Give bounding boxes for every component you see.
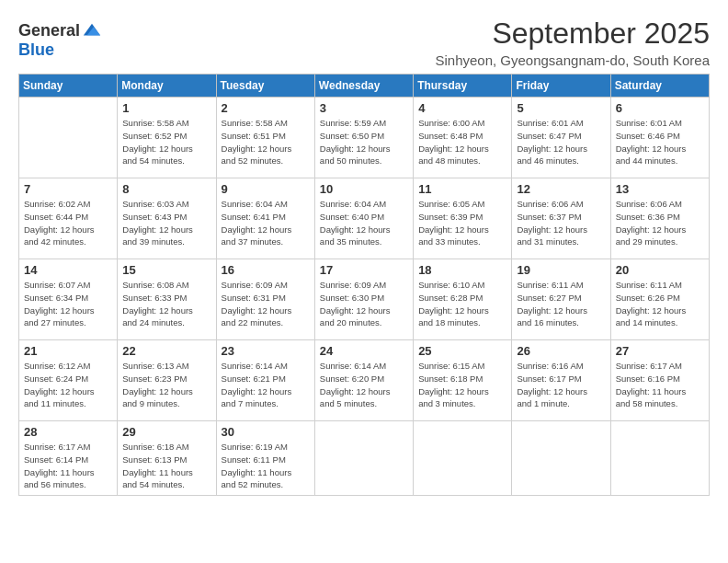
- table-row: 8Sunrise: 6:03 AM Sunset: 6:43 PM Daylig…: [118, 178, 216, 259]
- day-info: Sunrise: 6:06 AM Sunset: 6:36 PM Dayligh…: [616, 198, 704, 248]
- day-info: Sunrise: 6:14 AM Sunset: 6:20 PM Dayligh…: [320, 360, 408, 410]
- day-number: 26: [517, 344, 605, 358]
- header: General Blue September 2025 Sinhyeon, Gy…: [18, 17, 710, 68]
- day-info: Sunrise: 5:59 AM Sunset: 6:50 PM Dayligh…: [320, 117, 408, 167]
- table-row: 5Sunrise: 6:01 AM Sunset: 6:47 PM Daylig…: [512, 98, 610, 178]
- col-wednesday: Wednesday: [314, 75, 413, 98]
- table-row: 26Sunrise: 6:16 AM Sunset: 6:17 PM Dayli…: [512, 340, 610, 421]
- logo-icon: [82, 20, 102, 40]
- calendar-table: Sunday Monday Tuesday Wednesday Thursday…: [18, 74, 710, 496]
- day-info: Sunrise: 6:09 AM Sunset: 6:30 PM Dayligh…: [320, 279, 408, 329]
- table-row: 3Sunrise: 5:59 AM Sunset: 6:50 PM Daylig…: [314, 98, 413, 178]
- table-row: 19Sunrise: 6:11 AM Sunset: 6:27 PM Dayli…: [512, 259, 610, 340]
- day-number: 2: [222, 101, 310, 115]
- table-row: 29Sunrise: 6:18 AM Sunset: 6:13 PM Dayli…: [118, 421, 216, 496]
- table-row: [610, 421, 709, 496]
- day-info: Sunrise: 6:15 AM Sunset: 6:18 PM Dayligh…: [418, 360, 506, 410]
- logo-blue-text: Blue: [18, 40, 54, 60]
- col-monday: Monday: [118, 75, 216, 98]
- day-info: Sunrise: 6:19 AM Sunset: 6:11 PM Dayligh…: [222, 441, 310, 491]
- table-row: 6Sunrise: 6:01 AM Sunset: 6:46 PM Daylig…: [610, 98, 709, 178]
- day-number: 24: [320, 344, 408, 358]
- col-tuesday: Tuesday: [216, 75, 314, 98]
- day-number: 3: [320, 101, 408, 115]
- day-number: 5: [517, 101, 605, 115]
- day-number: 14: [24, 263, 112, 277]
- day-info: Sunrise: 6:02 AM Sunset: 6:44 PM Dayligh…: [24, 198, 112, 248]
- table-row: 27Sunrise: 6:17 AM Sunset: 6:16 PM Dayli…: [610, 340, 709, 421]
- day-number: 12: [517, 182, 605, 196]
- location-title: Sinhyeon, Gyeongsangnam-do, South Korea: [435, 52, 710, 68]
- day-info: Sunrise: 6:00 AM Sunset: 6:48 PM Dayligh…: [418, 117, 506, 167]
- day-info: Sunrise: 6:11 AM Sunset: 6:27 PM Dayligh…: [517, 279, 605, 329]
- day-number: 15: [122, 263, 210, 277]
- day-number: 13: [616, 182, 704, 196]
- day-number: 16: [222, 263, 310, 277]
- table-row: 24Sunrise: 6:14 AM Sunset: 6:20 PM Dayli…: [314, 340, 413, 421]
- logo-general-text: General: [18, 21, 80, 40]
- day-number: 8: [122, 182, 210, 196]
- col-saturday: Saturday: [610, 75, 709, 98]
- day-number: 25: [418, 344, 506, 358]
- table-row: 11Sunrise: 6:05 AM Sunset: 6:39 PM Dayli…: [414, 178, 512, 259]
- day-number: 21: [24, 344, 112, 358]
- day-number: 7: [24, 182, 112, 196]
- table-row: 12Sunrise: 6:06 AM Sunset: 6:37 PM Dayli…: [512, 178, 610, 259]
- day-info: Sunrise: 6:12 AM Sunset: 6:24 PM Dayligh…: [24, 360, 112, 410]
- table-row: 21Sunrise: 6:12 AM Sunset: 6:24 PM Dayli…: [19, 340, 118, 421]
- day-number: 30: [222, 425, 310, 439]
- day-number: 29: [122, 425, 210, 439]
- table-row: 4Sunrise: 6:00 AM Sunset: 6:48 PM Daylig…: [414, 98, 512, 178]
- table-row: 17Sunrise: 6:09 AM Sunset: 6:30 PM Dayli…: [314, 259, 413, 340]
- day-info: Sunrise: 5:58 AM Sunset: 6:52 PM Dayligh…: [122, 117, 210, 167]
- day-number: 4: [418, 101, 506, 115]
- day-number: 27: [616, 344, 704, 358]
- col-thursday: Thursday: [414, 75, 512, 98]
- day-info: Sunrise: 6:08 AM Sunset: 6:33 PM Dayligh…: [122, 279, 210, 329]
- day-number: 11: [418, 182, 506, 196]
- table-row: 13Sunrise: 6:06 AM Sunset: 6:36 PM Dayli…: [610, 178, 709, 259]
- day-info: Sunrise: 6:13 AM Sunset: 6:23 PM Dayligh…: [122, 360, 210, 410]
- table-row: 7Sunrise: 6:02 AM Sunset: 6:44 PM Daylig…: [19, 178, 118, 259]
- calendar-header-row: Sunday Monday Tuesday Wednesday Thursday…: [19, 75, 710, 98]
- table-row: 30Sunrise: 6:19 AM Sunset: 6:11 PM Dayli…: [216, 421, 314, 496]
- table-row: 14Sunrise: 6:07 AM Sunset: 6:34 PM Dayli…: [19, 259, 118, 340]
- table-row: 1Sunrise: 5:58 AM Sunset: 6:52 PM Daylig…: [118, 98, 216, 178]
- day-number: 20: [616, 263, 704, 277]
- table-row: [414, 421, 512, 496]
- day-number: 1: [122, 101, 210, 115]
- day-info: Sunrise: 6:16 AM Sunset: 6:17 PM Dayligh…: [517, 360, 605, 410]
- day-info: Sunrise: 6:17 AM Sunset: 6:14 PM Dayligh…: [24, 441, 112, 491]
- day-info: Sunrise: 6:04 AM Sunset: 6:40 PM Dayligh…: [320, 198, 408, 248]
- day-number: 6: [616, 101, 704, 115]
- table-row: [19, 98, 118, 178]
- day-number: 19: [517, 263, 605, 277]
- page: General Blue September 2025 Sinhyeon, Gy…: [0, 0, 728, 563]
- day-info: Sunrise: 6:10 AM Sunset: 6:28 PM Dayligh…: [418, 279, 506, 329]
- day-info: Sunrise: 6:06 AM Sunset: 6:37 PM Dayligh…: [517, 198, 605, 248]
- day-number: 17: [320, 263, 408, 277]
- table-row: [512, 421, 610, 496]
- col-sunday: Sunday: [19, 75, 118, 98]
- table-row: 25Sunrise: 6:15 AM Sunset: 6:18 PM Dayli…: [414, 340, 512, 421]
- table-row: 16Sunrise: 6:09 AM Sunset: 6:31 PM Dayli…: [216, 259, 314, 340]
- day-info: Sunrise: 6:04 AM Sunset: 6:41 PM Dayligh…: [222, 198, 310, 248]
- day-info: Sunrise: 6:11 AM Sunset: 6:26 PM Dayligh…: [616, 279, 704, 329]
- day-info: Sunrise: 6:01 AM Sunset: 6:47 PM Dayligh…: [517, 117, 605, 167]
- day-number: 28: [24, 425, 112, 439]
- day-number: 22: [122, 344, 210, 358]
- logo: General Blue: [18, 20, 102, 60]
- day-info: Sunrise: 6:01 AM Sunset: 6:46 PM Dayligh…: [616, 117, 704, 167]
- title-block: September 2025 Sinhyeon, Gyeongsangnam-d…: [435, 17, 710, 68]
- day-number: 9: [222, 182, 310, 196]
- table-row: [314, 421, 413, 496]
- day-info: Sunrise: 6:07 AM Sunset: 6:34 PM Dayligh…: [24, 279, 112, 329]
- day-number: 23: [222, 344, 310, 358]
- table-row: 23Sunrise: 6:14 AM Sunset: 6:21 PM Dayli…: [216, 340, 314, 421]
- col-friday: Friday: [512, 75, 610, 98]
- table-row: 20Sunrise: 6:11 AM Sunset: 6:26 PM Dayli…: [610, 259, 709, 340]
- day-info: Sunrise: 6:18 AM Sunset: 6:13 PM Dayligh…: [122, 441, 210, 491]
- table-row: 9Sunrise: 6:04 AM Sunset: 6:41 PM Daylig…: [216, 178, 314, 259]
- day-info: Sunrise: 6:09 AM Sunset: 6:31 PM Dayligh…: [222, 279, 310, 329]
- table-row: 28Sunrise: 6:17 AM Sunset: 6:14 PM Dayli…: [19, 421, 118, 496]
